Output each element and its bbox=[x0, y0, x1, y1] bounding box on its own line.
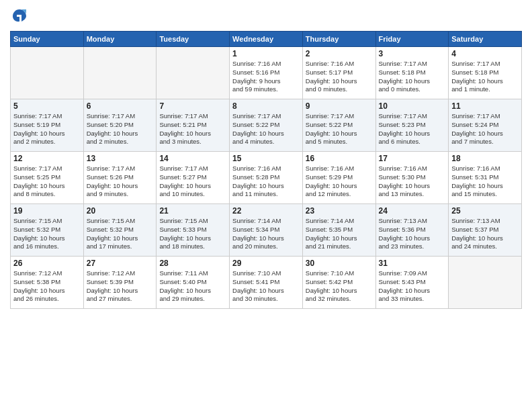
day-detail: Sunrise: 7:17 AM Sunset: 5:27 PM Dayligh… bbox=[159, 165, 226, 199]
day-number: 18 bbox=[451, 154, 519, 163]
weekday-header-tuesday: Tuesday bbox=[157, 32, 230, 47]
day-number: 12 bbox=[13, 154, 81, 163]
logo-icon bbox=[10, 7, 29, 26]
day-number: 20 bbox=[87, 206, 154, 216]
calendar-cell: 3Sunrise: 7:17 AM Sunset: 5:18 PM Daylig… bbox=[375, 47, 449, 99]
day-detail: Sunrise: 7:17 AM Sunset: 5:25 PM Dayligh… bbox=[13, 165, 81, 199]
weekday-header-sunday: Sunday bbox=[11, 32, 84, 47]
day-number: 29 bbox=[232, 259, 300, 268]
day-detail: Sunrise: 7:10 AM Sunset: 5:42 PM Dayligh… bbox=[306, 269, 373, 304]
day-number: 4 bbox=[451, 49, 519, 58]
day-number: 25 bbox=[451, 206, 519, 216]
day-detail: Sunrise: 7:10 AM Sunset: 5:41 PM Dayligh… bbox=[232, 269, 300, 304]
calendar-cell bbox=[11, 47, 84, 99]
page: SundayMondayTuesdayWednesdayThursdayFrid… bbox=[0, 0, 532, 411]
calendar-cell: 31Sunrise: 7:09 AM Sunset: 5:43 PM Dayli… bbox=[375, 257, 449, 309]
day-number: 26 bbox=[13, 259, 81, 268]
day-number: 16 bbox=[306, 154, 373, 163]
day-detail: Sunrise: 7:16 AM Sunset: 5:28 PM Dayligh… bbox=[232, 165, 300, 199]
day-detail: Sunrise: 7:17 AM Sunset: 5:18 PM Dayligh… bbox=[451, 60, 519, 94]
calendar-cell: 19Sunrise: 7:15 AM Sunset: 5:32 PM Dayli… bbox=[11, 204, 84, 257]
calendar-cell: 23Sunrise: 7:14 AM Sunset: 5:35 PM Dayli… bbox=[302, 204, 375, 257]
calendar-cell: 7Sunrise: 7:17 AM Sunset: 5:21 PM Daylig… bbox=[157, 99, 230, 152]
header bbox=[10, 7, 522, 26]
calendar-cell: 4Sunrise: 7:17 AM Sunset: 5:18 PM Daylig… bbox=[449, 47, 522, 99]
calendar-cell: 5Sunrise: 7:17 AM Sunset: 5:19 PM Daylig… bbox=[11, 99, 84, 152]
calendar-table: SundayMondayTuesdayWednesdayThursdayFrid… bbox=[10, 31, 522, 309]
day-number: 13 bbox=[87, 154, 154, 163]
day-detail: Sunrise: 7:16 AM Sunset: 5:16 PM Dayligh… bbox=[232, 60, 300, 94]
calendar-cell: 28Sunrise: 7:11 AM Sunset: 5:40 PM Dayli… bbox=[157, 257, 230, 309]
calendar-cell: 22Sunrise: 7:14 AM Sunset: 5:34 PM Dayli… bbox=[230, 204, 303, 257]
calendar-cell: 18Sunrise: 7:16 AM Sunset: 5:31 PM Dayli… bbox=[449, 152, 522, 204]
day-detail: Sunrise: 7:15 AM Sunset: 5:32 PM Dayligh… bbox=[87, 217, 154, 251]
day-number: 22 bbox=[232, 206, 300, 216]
calendar-week-row: 12Sunrise: 7:17 AM Sunset: 5:25 PM Dayli… bbox=[11, 152, 522, 204]
day-detail: Sunrise: 7:16 AM Sunset: 5:17 PM Dayligh… bbox=[306, 60, 373, 94]
day-number: 7 bbox=[159, 101, 226, 111]
day-number: 11 bbox=[451, 101, 519, 111]
calendar-week-row: 26Sunrise: 7:12 AM Sunset: 5:38 PM Dayli… bbox=[11, 257, 522, 309]
calendar-week-row: 19Sunrise: 7:15 AM Sunset: 5:32 PM Dayli… bbox=[11, 204, 522, 257]
day-detail: Sunrise: 7:17 AM Sunset: 5:20 PM Dayligh… bbox=[87, 112, 154, 146]
calendar-cell bbox=[83, 47, 157, 99]
day-number: 10 bbox=[379, 101, 446, 111]
calendar-cell: 8Sunrise: 7:17 AM Sunset: 5:22 PM Daylig… bbox=[230, 99, 303, 152]
day-detail: Sunrise: 7:16 AM Sunset: 5:31 PM Dayligh… bbox=[451, 165, 519, 199]
day-detail: Sunrise: 7:17 AM Sunset: 5:21 PM Dayligh… bbox=[159, 112, 226, 146]
day-number: 17 bbox=[379, 154, 446, 163]
day-number: 9 bbox=[306, 101, 373, 111]
calendar-cell: 25Sunrise: 7:13 AM Sunset: 5:37 PM Dayli… bbox=[449, 204, 522, 257]
weekday-header-saturday: Saturday bbox=[449, 32, 522, 47]
day-number: 19 bbox=[13, 206, 81, 216]
calendar-cell: 24Sunrise: 7:13 AM Sunset: 5:36 PM Dayli… bbox=[375, 204, 449, 257]
calendar-cell: 20Sunrise: 7:15 AM Sunset: 5:32 PM Dayli… bbox=[83, 204, 157, 257]
day-detail: Sunrise: 7:15 AM Sunset: 5:33 PM Dayligh… bbox=[159, 217, 226, 251]
day-number: 15 bbox=[232, 154, 300, 163]
weekday-header-friday: Friday bbox=[375, 32, 449, 47]
calendar-cell bbox=[449, 257, 522, 309]
day-detail: Sunrise: 7:16 AM Sunset: 5:29 PM Dayligh… bbox=[306, 165, 373, 199]
weekday-header-monday: Monday bbox=[83, 32, 157, 47]
calendar-cell: 17Sunrise: 7:16 AM Sunset: 5:30 PM Dayli… bbox=[375, 152, 449, 204]
calendar-cell: 10Sunrise: 7:17 AM Sunset: 5:23 PM Dayli… bbox=[375, 99, 449, 152]
calendar-cell: 15Sunrise: 7:16 AM Sunset: 5:28 PM Dayli… bbox=[230, 152, 303, 204]
calendar-week-row: 5Sunrise: 7:17 AM Sunset: 5:19 PM Daylig… bbox=[11, 99, 522, 152]
day-number: 24 bbox=[379, 206, 446, 216]
weekday-header-thursday: Thursday bbox=[302, 32, 375, 47]
calendar-cell: 26Sunrise: 7:12 AM Sunset: 5:38 PM Dayli… bbox=[11, 257, 84, 309]
day-detail: Sunrise: 7:11 AM Sunset: 5:40 PM Dayligh… bbox=[159, 269, 226, 304]
day-number: 14 bbox=[159, 154, 226, 163]
day-detail: Sunrise: 7:16 AM Sunset: 5:30 PM Dayligh… bbox=[379, 165, 446, 199]
calendar-cell bbox=[157, 47, 230, 99]
calendar-cell: 13Sunrise: 7:17 AM Sunset: 5:26 PM Dayli… bbox=[83, 152, 157, 204]
day-number: 3 bbox=[379, 49, 446, 58]
day-number: 30 bbox=[306, 259, 373, 268]
day-detail: Sunrise: 7:09 AM Sunset: 5:43 PM Dayligh… bbox=[379, 269, 446, 304]
day-number: 8 bbox=[232, 101, 300, 111]
day-detail: Sunrise: 7:17 AM Sunset: 5:24 PM Dayligh… bbox=[451, 112, 519, 146]
day-number: 2 bbox=[306, 49, 373, 58]
day-number: 5 bbox=[13, 101, 81, 111]
day-number: 31 bbox=[379, 259, 446, 268]
calendar-cell: 30Sunrise: 7:10 AM Sunset: 5:42 PM Dayli… bbox=[302, 257, 375, 309]
day-number: 21 bbox=[159, 206, 226, 216]
calendar-cell: 1Sunrise: 7:16 AM Sunset: 5:16 PM Daylig… bbox=[230, 47, 303, 99]
calendar-cell: 12Sunrise: 7:17 AM Sunset: 5:25 PM Dayli… bbox=[11, 152, 84, 204]
day-detail: Sunrise: 7:17 AM Sunset: 5:18 PM Dayligh… bbox=[379, 60, 446, 94]
logo bbox=[10, 7, 32, 26]
calendar-cell: 21Sunrise: 7:15 AM Sunset: 5:33 PM Dayli… bbox=[157, 204, 230, 257]
day-detail: Sunrise: 7:13 AM Sunset: 5:36 PM Dayligh… bbox=[379, 217, 446, 251]
calendar-cell: 16Sunrise: 7:16 AM Sunset: 5:29 PM Dayli… bbox=[302, 152, 375, 204]
calendar-cell: 6Sunrise: 7:17 AM Sunset: 5:20 PM Daylig… bbox=[83, 99, 157, 152]
day-detail: Sunrise: 7:17 AM Sunset: 5:26 PM Dayligh… bbox=[87, 165, 154, 199]
day-detail: Sunrise: 7:15 AM Sunset: 5:32 PM Dayligh… bbox=[13, 217, 81, 251]
calendar-cell: 27Sunrise: 7:12 AM Sunset: 5:39 PM Dayli… bbox=[83, 257, 157, 309]
day-detail: Sunrise: 7:17 AM Sunset: 5:22 PM Dayligh… bbox=[232, 112, 300, 146]
day-number: 6 bbox=[87, 101, 154, 111]
calendar-cell: 2Sunrise: 7:16 AM Sunset: 5:17 PM Daylig… bbox=[302, 47, 375, 99]
day-detail: Sunrise: 7:14 AM Sunset: 5:35 PM Dayligh… bbox=[306, 217, 373, 251]
day-number: 28 bbox=[159, 259, 226, 268]
day-detail: Sunrise: 7:12 AM Sunset: 5:38 PM Dayligh… bbox=[13, 269, 81, 304]
day-number: 23 bbox=[306, 206, 373, 216]
